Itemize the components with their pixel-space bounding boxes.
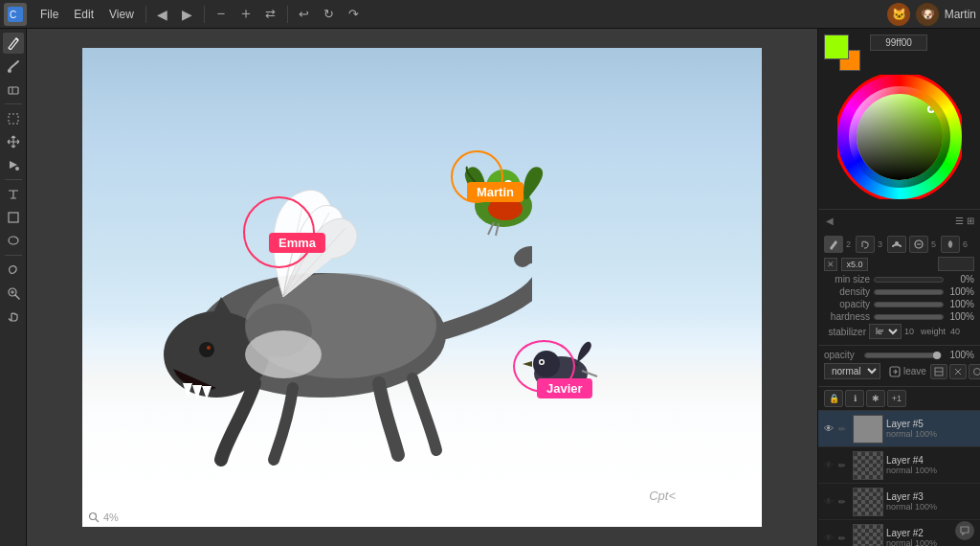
svg-rect-10 [9, 213, 18, 222]
tool-shape[interactable] [3, 207, 24, 228]
brush-minsize-val: 0% [947, 274, 974, 284]
blend-mode-select[interactable]: normal [824, 363, 880, 379]
color-hex-input[interactable] [870, 34, 927, 51]
tool-hand[interactable] [3, 306, 24, 327]
blend-opacity-slider[interactable] [864, 353, 942, 358]
layer-info-3: Layer #3 normal 100% [886, 491, 976, 512]
blend-btn1[interactable] [930, 364, 947, 379]
menu-edit[interactable]: Edit [66, 0, 101, 29]
canvas-image[interactable]: Emma Martin Javier Cpt< [82, 48, 762, 527]
brush-hardness-label: hardness [824, 311, 870, 322]
layer-star-btn[interactable]: ✱ [866, 390, 885, 407]
rotate-button[interactable]: ↻ [317, 3, 342, 26]
size-x-icon: ✕ [824, 258, 837, 271]
avatar1[interactable]: 🐱 [887, 3, 910, 26]
layer-item-3[interactable]: 👁 ✏ Layer #3 normal 100% [818, 484, 980, 520]
sep1 [145, 6, 146, 23]
layer-add-btn[interactable]: +1 [887, 390, 906, 407]
layer-mode-5: normal 100% [886, 429, 976, 439]
nav-forward-button[interactable]: ▶ [175, 3, 200, 26]
svg-point-20 [207, 346, 211, 350]
brush-num2: 3 [878, 239, 882, 249]
brush-hardness-slider[interactable] [874, 314, 944, 320]
brush-density-label: density [824, 286, 870, 297]
nav-back-button[interactable]: ◀ [150, 3, 175, 26]
avatar2[interactable]: 🐶 [916, 3, 939, 26]
leave-label: leave [903, 366, 926, 376]
layer-info-4: Layer #4 normal 100% [886, 455, 976, 475]
blend-mode-row: normal leave [824, 363, 974, 379]
layer-name-3: Layer #3 [886, 491, 976, 502]
swatch-foreground[interactable] [824, 34, 849, 59]
zoom-out-button[interactable]: － [209, 3, 234, 26]
main-area: Emma Martin Javier Cpt< 4% [0, 29, 980, 546]
brush-tool-draw[interactable] [824, 236, 843, 253]
layer-edit-4[interactable]: ✏ [838, 461, 850, 470]
tool-move[interactable] [3, 131, 24, 152]
settings-icon[interactable]: ☰ [955, 216, 964, 226]
color-swatches[interactable] [824, 34, 860, 71]
color-wheel[interactable] [837, 75, 962, 199]
layer-vis-2[interactable]: 👁 [822, 533, 835, 543]
brush-tool-hand[interactable] [856, 236, 875, 253]
brush-opacity-slider[interactable] [874, 302, 944, 307]
blend-btn3[interactable] [969, 364, 980, 379]
color-cursor [927, 105, 935, 113]
svg-text:🐱: 🐱 [892, 7, 906, 21]
brush-tool-dodge[interactable] [909, 236, 928, 253]
tool-select[interactable] [3, 108, 24, 129]
color-sb-square[interactable] [857, 94, 943, 180]
svg-point-11 [9, 237, 18, 244]
undo-button[interactable]: ↩ [292, 3, 317, 26]
brush-density-slider[interactable] [874, 289, 944, 295]
sep2 [204, 6, 205, 23]
chat-bubble[interactable] [955, 521, 974, 540]
tool-text[interactable] [3, 184, 24, 205]
menu-view[interactable]: View [101, 0, 142, 29]
brush-size-row: ✕ x5.0 20 px [824, 257, 974, 271]
blend-leave-btn[interactable]: leave [888, 365, 926, 378]
brush-size-scale[interactable]: x5.0 [841, 258, 868, 271]
layer-item-5[interactable]: 👁 ✏ Layer #5 normal 100% [818, 411, 980, 447]
menu-file[interactable]: File [33, 0, 66, 29]
layer-item-4[interactable]: 👁 ✏ Layer #4 normal 100% [818, 447, 980, 484]
layer-edit-2[interactable]: ✏ [838, 534, 850, 543]
tool-fill[interactable] [3, 154, 24, 175]
brush-tool-smudge[interactable] [887, 236, 906, 253]
layer-vis-5[interactable]: 👁 [822, 423, 835, 434]
brush-tool-burn[interactable] [941, 236, 960, 253]
tool-pen[interactable] [3, 33, 24, 54]
brush-toolbar: 2 3 5 6 [824, 236, 974, 253]
layer-lock-btn[interactable]: 🔒 [824, 390, 843, 407]
tool-zoom[interactable] [3, 283, 24, 304]
layer-thumb-3 [853, 488, 883, 516]
grid-icon[interactable]: ⊞ [967, 216, 974, 226]
tool-sep1 [5, 103, 22, 104]
canvas-area[interactable]: Emma Martin Javier Cpt< 4% [27, 29, 817, 546]
zoom-icon [88, 512, 100, 523]
blend-btn2[interactable] [949, 364, 967, 379]
color-wheel-wrap[interactable] [837, 75, 962, 199]
layer-edit-3[interactable]: ✏ [838, 497, 850, 507]
panel-collapse[interactable]: ◀ ☰ ⊞ [818, 210, 980, 232]
layer-vis-4[interactable]: 👁 [822, 460, 835, 470]
left-toolbar [0, 29, 27, 546]
layer-vis-3[interactable]: 👁 [822, 496, 835, 507]
martin-label: Martin [467, 182, 523, 202]
redo-button[interactable]: ↷ [342, 3, 367, 26]
zoom-in-button[interactable]: ＋ [234, 3, 258, 26]
tool-ellipse[interactable] [3, 230, 24, 251]
stabilizer-type-select[interactable]: level [869, 324, 902, 339]
swap-button[interactable]: ⇄ [258, 3, 283, 26]
layer-info-btn[interactable]: ℹ [845, 390, 864, 407]
tool-brush[interactable] [3, 56, 24, 77]
tool-lasso[interactable] [3, 260, 24, 281]
collapse-arrow[interactable]: ◀ [824, 212, 835, 230]
brush-num4: 6 [963, 239, 968, 249]
layer-edit-5[interactable]: ✏ [838, 424, 850, 434]
brush-size-input[interactable]: 20 px [938, 257, 974, 271]
svg-point-35 [895, 241, 899, 245]
tool-sep3 [5, 255, 22, 256]
tool-eraser[interactable] [3, 79, 24, 100]
brush-minsize-slider[interactable] [874, 277, 944, 283]
